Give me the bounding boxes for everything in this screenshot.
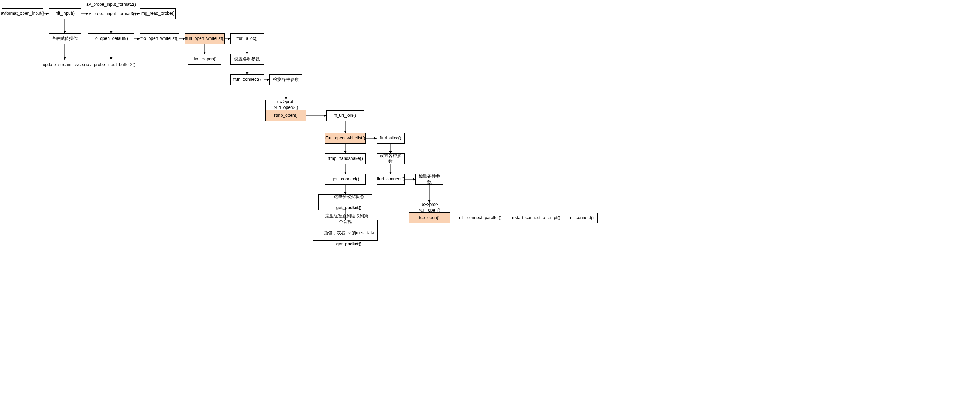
- node-av-probe-input-format3: av_probe_input_format3(): [88, 9, 134, 19]
- edges-layer: [0, 0, 980, 406]
- node-set-params-2: 设置各种参数: [377, 154, 404, 164]
- node-io-open-default: io_open_default(): [88, 33, 134, 44]
- node-ff-connect-parallel: ff_connect_parallel(): [461, 213, 503, 224]
- node-update-stream-avctx: update_stream_avctx(): [41, 60, 89, 70]
- node-connect: connect(): [572, 213, 598, 224]
- node-avformat-open-input: avformat_open_input(): [2, 8, 43, 19]
- node-start-connect-attempt: start_connect_attempt(): [514, 213, 561, 224]
- node-av-probe-input-format2: av_probe_input_format2(): [88, 0, 134, 9]
- node-tcp-open: tcp_open(): [409, 213, 450, 224]
- node-rtmp-open: rtmp_open(): [266, 110, 306, 121]
- flowchart-canvas: avformat_open_input() init_input() av_pr…: [0, 0, 980, 406]
- node-set-params-1: 设置各种参数: [230, 54, 264, 65]
- node-check-params-2: 检测各种参数: [415, 174, 444, 185]
- node-get-packet-block: 这里阻塞直到读取到第一个音视 频包，或者 flv 的metadata get_p…: [313, 220, 378, 241]
- node-ffurl-alloc-1: ffurl_alloc(): [230, 33, 264, 44]
- node-ffurl-open-whitelist-1: ffurl_open_whitelist(): [185, 33, 225, 44]
- node-rtmp-handshake: rtmp_handshake(): [325, 154, 366, 164]
- node-uc-prot-url-open2: uc->prot->url_open2(): [266, 100, 306, 110]
- node-ffurl-open-whitelist-2: ffurl_open_whitelist(): [325, 133, 366, 144]
- node-ffurl-alloc-2: ffurl_alloc(): [377, 133, 404, 144]
- node-ffurl-connect-2: ffurl_connect(): [377, 174, 404, 185]
- node-ffio-fdopen: ffio_fdopen(): [188, 54, 221, 65]
- node-init-input: init_input(): [49, 8, 81, 19]
- node-check-params-1: 检测各种参数: [269, 75, 302, 85]
- node-uc-prot-url-open: uc->prot->url_open(): [409, 203, 450, 213]
- node-av-probe-input-buffer2: av_probe_input_buffer2(): [88, 60, 134, 70]
- node-img-read-probe: img_read_probe(): [140, 8, 175, 19]
- node-various-assignments: 各种赋值操作: [49, 33, 81, 44]
- node-ffio-open-whitelist: ffio_open_whitelist(): [140, 33, 180, 44]
- text-line: 这里阻塞直到读取到第一个音视 频包，或者 flv 的metadata get_p…: [316, 208, 374, 253]
- node-ff-url-join: ff_url_join(): [326, 110, 364, 121]
- node-gen-connect: gen_connect(): [325, 174, 366, 185]
- node-ffurl-connect-1: ffurl_connect(): [230, 75, 264, 85]
